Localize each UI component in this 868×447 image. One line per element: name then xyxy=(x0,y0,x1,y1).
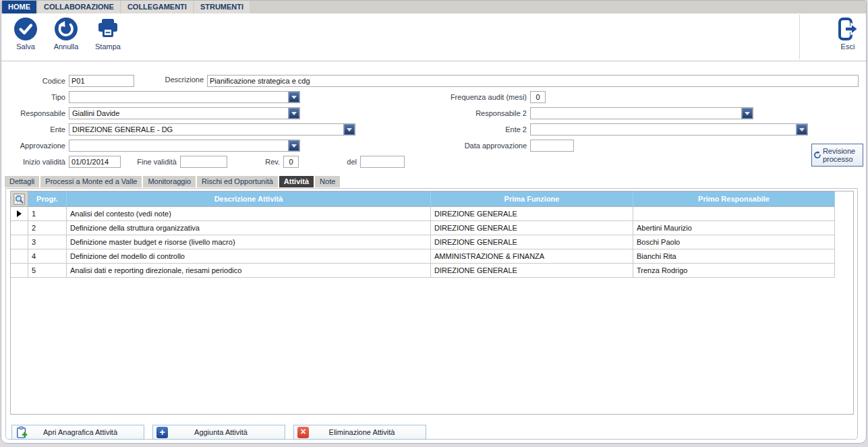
rev-field[interactable] xyxy=(283,156,299,168)
cell-progr[interactable]: 2 xyxy=(28,221,67,235)
attivita-grid: Progr. Descrizione Attività Prima Funzio… xyxy=(10,191,854,415)
menu-tab-home[interactable]: HOME xyxy=(2,1,36,13)
codice-label: Codice xyxy=(5,75,65,87)
row-selector-cell[interactable] xyxy=(11,207,28,221)
tab-dettagli[interactable]: Dettagli xyxy=(5,176,39,187)
save-button[interactable]: Salva xyxy=(7,17,45,51)
inizio-validita-label: Inizio validità xyxy=(5,156,65,168)
column-header-descrizione[interactable]: Descrizione Attività xyxy=(67,191,431,207)
menu-tab-collegamenti[interactable]: COLLEGAMENTI xyxy=(121,1,193,13)
cell-descrizione[interactable]: Definizione del modello di controllo xyxy=(67,249,431,264)
undo-circle-icon xyxy=(54,17,78,41)
table-row[interactable]: 3 Definizione master budget e risorse (l… xyxy=(11,235,853,249)
cell-primo-responsabile[interactable]: Trenza Rodrigo xyxy=(633,264,835,278)
revisione-processo-label: Revisione processo xyxy=(823,147,861,163)
cell-prima-funzione[interactable]: DIREZIONE GENERALE xyxy=(431,264,633,278)
apri-anagrafica-attivita-label: Apri Anagrafica Attività xyxy=(28,428,144,436)
tab-processi-monte-valle[interactable]: Processi a Monte ed a Valle xyxy=(40,176,142,187)
attivita-panel: Progr. Descrizione Attività Prima Funzio… xyxy=(5,188,858,440)
exit-button-label: Esci xyxy=(829,42,867,51)
cell-progr[interactable]: 3 xyxy=(28,235,67,249)
column-header-progr[interactable]: Progr. xyxy=(28,191,67,207)
current-row-marker-icon xyxy=(17,210,22,217)
menu-bar: HOME COLLABORAZIONE COLLEGAMENTI STRUMEN… xyxy=(1,1,866,13)
cell-progr[interactable]: 4 xyxy=(28,249,67,264)
exit-button[interactable]: Esci xyxy=(829,17,867,51)
approvazione-select[interactable] xyxy=(69,140,300,152)
chevron-down-icon[interactable] xyxy=(288,108,299,119)
data-approvazione-label: Data approvazione xyxy=(459,140,527,152)
ente-select[interactable]: DIREZIONE GENERALE - DG xyxy=(69,123,355,136)
print-button[interactable]: Stampa xyxy=(89,17,127,51)
aggiunta-attivita-button[interactable]: + Aggiunta Attività xyxy=(152,425,285,440)
cell-progr[interactable]: 5 xyxy=(28,264,67,278)
table-row[interactable]: 5 Analisi dati e reporting direzionale, … xyxy=(11,264,853,278)
table-row[interactable]: 2 Definizione della struttura organizzat… xyxy=(11,221,853,235)
ente-label: Ente xyxy=(5,123,65,136)
inizio-validita-field[interactable] xyxy=(69,156,121,168)
cell-prima-funzione[interactable]: DIREZIONE GENERALE xyxy=(431,207,633,221)
tab-attivita[interactable]: Attività xyxy=(279,176,314,187)
tab-rischi-opportunita[interactable]: Rischi ed Opportunità xyxy=(197,176,278,187)
del-field[interactable] xyxy=(360,156,405,168)
chevron-down-icon[interactable] xyxy=(288,140,299,151)
chevron-down-icon[interactable] xyxy=(288,92,299,102)
chevron-down-icon[interactable] xyxy=(343,124,355,135)
responsabile-select[interactable]: Giallini Davide xyxy=(69,107,300,119)
descrizione-field[interactable] xyxy=(207,75,859,87)
tab-note[interactable]: Note xyxy=(315,176,340,187)
toolbar-separator xyxy=(799,15,800,59)
column-header-primo-responsabile[interactable]: Primo Responsabile xyxy=(633,191,835,207)
clipboard-add-icon xyxy=(16,426,28,439)
apri-anagrafica-attivita-button[interactable]: Apri Anagrafica Attività xyxy=(11,425,144,440)
table-row[interactable]: 1 Analisi del contesto (vedi note) DIREZ… xyxy=(11,207,853,221)
menu-tab-strumenti[interactable]: STRUMENTI xyxy=(194,1,250,13)
grid-header-row: Progr. Descrizione Attività Prima Funzio… xyxy=(11,191,853,207)
column-header-prima-funzione[interactable]: Prima Funzione xyxy=(431,191,633,207)
grid-search-cell[interactable] xyxy=(11,191,28,207)
cell-descrizione[interactable]: Definizione master budget e risorse (liv… xyxy=(67,235,431,249)
row-selector-cell[interactable] xyxy=(11,264,28,278)
chevron-down-icon[interactable] xyxy=(741,108,753,119)
tab-monitoraggio[interactable]: Monitoraggio xyxy=(143,176,196,187)
table-row[interactable]: 4 Definizione del modello di controllo A… xyxy=(11,249,853,264)
chevron-down-icon[interactable] xyxy=(796,124,807,135)
cell-descrizione[interactable]: Analisi dati e reporting direzionale, ri… xyxy=(67,264,431,278)
undo-button-label: Annulla xyxy=(47,42,85,51)
cell-primo-responsabile[interactable]: Boschi Paolo xyxy=(633,235,835,249)
row-selector-cell[interactable] xyxy=(11,221,28,235)
eliminazione-attivita-button[interactable]: × Eliminazione Attività xyxy=(293,425,426,440)
cell-descrizione[interactable]: Definizione della struttura organizzativ… xyxy=(67,221,431,235)
app-window: HOME COLLABORAZIONE COLLEGAMENTI STRUMEN… xyxy=(1,0,867,444)
frequenza-audit-field[interactable] xyxy=(530,91,546,103)
data-approvazione-field[interactable] xyxy=(530,140,574,152)
cell-primo-responsabile[interactable] xyxy=(633,207,835,221)
responsabile2-select[interactable] xyxy=(530,107,753,119)
revisione-processo-button[interactable]: Revisione processo xyxy=(811,144,863,167)
printer-icon xyxy=(96,17,120,41)
print-button-label: Stampa xyxy=(89,42,127,51)
undo-button[interactable]: Annulla xyxy=(47,17,85,51)
row-selector-cell[interactable] xyxy=(11,249,28,264)
refresh-circle-icon xyxy=(813,148,821,162)
cell-prima-funzione[interactable]: DIREZIONE GENERALE xyxy=(431,221,633,235)
cell-prima-funzione[interactable]: AMMINISTRAZIONE & FINANZA xyxy=(431,249,633,264)
cell-descrizione[interactable]: Analisi del contesto (vedi note) xyxy=(67,207,431,221)
row-selector-cell[interactable] xyxy=(11,235,28,249)
menu-tab-collaborazione[interactable]: COLLABORAZIONE xyxy=(38,1,120,13)
cell-prima-funzione[interactable]: DIREZIONE GENERALE xyxy=(431,235,633,249)
ente2-select[interactable] xyxy=(530,123,808,136)
fine-validita-field[interactable] xyxy=(180,156,227,168)
tipo-label: Tipo xyxy=(5,91,65,103)
codice-field[interactable] xyxy=(69,75,134,87)
ente-select-value: DIREZIONE GENERALE - DG xyxy=(72,124,342,135)
cell-primo-responsabile[interactable]: Abertini Maurizio xyxy=(633,221,835,235)
rev-label: Rev. xyxy=(253,156,280,168)
responsabile2-label: Responsabile 2 xyxy=(459,107,527,119)
fine-validita-label: Fine validità xyxy=(123,156,177,168)
cell-progr[interactable]: 1 xyxy=(28,207,67,221)
responsabile-label: Responsabile xyxy=(5,107,65,119)
plus-icon: + xyxy=(156,427,168,438)
tipo-select[interactable] xyxy=(69,91,300,103)
cell-primo-responsabile[interactable]: Bianchi Rita xyxy=(633,249,835,264)
